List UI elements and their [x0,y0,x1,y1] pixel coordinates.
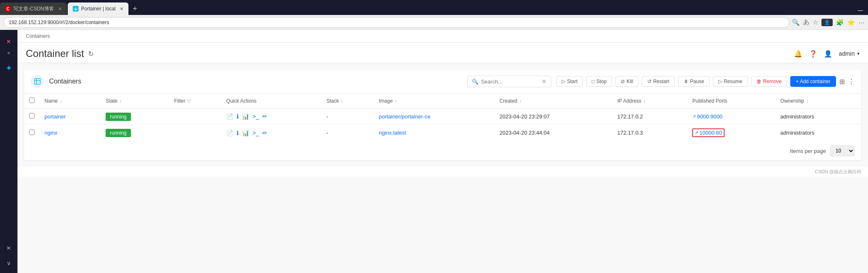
sidebar: ✕ « ◈ ✕ ∨ [0,30,17,273]
containers-table: Name ↕ State ↕ Filter ▽ Quick Actions St… [24,93,861,141]
browser-translate-icon[interactable]: あ [803,18,809,26]
table-row: nginx running 📄 ℹ 📊 [24,124,861,142]
row2-info-icon[interactable]: ℹ [237,130,239,136]
ownership-sort-icon[interactable]: ↕ [806,99,809,103]
row2-stats-icon[interactable]: 📊 [242,130,249,136]
row1-created: 2023-04-20 23:29:07 [495,109,612,124]
user-icon[interactable]: 👤 [824,50,832,58]
start-label: Start [567,79,577,84]
browser-minimize[interactable]: ─ [858,6,863,15]
sidebar-bottom: ✕ ∨ [2,241,15,270]
row1-port-link[interactable]: ↗ 9000:9000 [692,113,770,120]
header-user[interactable]: admin ▾ [839,50,860,57]
row2-checkbox[interactable] [29,130,35,135]
sidebar-expand-icon[interactable]: ∨ [2,256,15,270]
filter-icon[interactable]: ▽ [187,98,191,103]
state-sort-icon[interactable]: ↕ [120,99,122,103]
portainer-link[interactable]: portainer [44,113,66,120]
browser-extensions-icon[interactable]: 🧩 [836,19,844,26]
restart-button[interactable]: ↺ Restart [642,76,675,87]
col-stack: Stack ↕ [321,93,374,109]
row1-console-icon[interactable]: >_ [252,113,259,120]
sidebar-icon-1[interactable]: ◈ [2,61,15,74]
stop-button[interactable]: □ Stop [586,76,612,87]
sidebar-close-icon[interactable]: ✕ [2,35,15,48]
search-input[interactable] [481,79,539,85]
stop-label: Stop [596,79,607,84]
image-sort-icon[interactable]: ↕ [395,99,397,103]
stack-sort-icon[interactable]: ↕ [341,99,343,103]
row2-actions: 📄 ℹ 📊 >_ ✏ [226,130,316,136]
row2-port-highlighted[interactable]: ↗ 10000:80 [692,128,724,137]
row1-actions: 📄 ℹ 📊 >_ ✏ [226,113,316,120]
footer-watermark: CSDN @搞点云南白药 [17,167,868,177]
sidebar-toggle[interactable]: « [7,50,10,56]
add-container-button[interactable]: + Add container [790,76,836,87]
browser-favorites-icon[interactable]: ⭐ [847,19,855,26]
select-all-checkbox[interactable] [29,98,35,103]
browser-search-icon[interactable]: 🔍 [792,19,800,26]
help-icon[interactable]: ❓ [809,50,817,58]
browser-tab-csdn[interactable]: C 写文章-CSDN博客 ✕ [0,2,67,15]
nginx-link[interactable]: nginx [44,130,57,136]
more-options-icon[interactable]: ⋮ [848,78,855,86]
sidebar-bottom-icon[interactable]: ✕ [2,241,15,255]
row1-state-badge: running [106,113,131,121]
refresh-icon[interactable]: ↻ [88,50,94,58]
row1-image-link[interactable]: portainer/portainer-ce [379,113,430,120]
row2-checkbox-cell [24,124,39,142]
csdn-tab-close[interactable]: ✕ [58,6,62,12]
url-bar[interactable]: 192.168.152.129:9000/#!/2/docker/contain… [3,17,789,28]
csdn-favicon: C [5,6,11,12]
row1-file-icon[interactable]: 📄 [226,113,233,120]
row1-stats-icon[interactable]: 📊 [242,113,249,120]
row1-edit-icon[interactable]: ✏ [262,113,267,120]
row1-name: portainer [39,109,101,124]
action-buttons: ▷ Start □ Stop ⊘ Kill ↺ Restart [556,76,855,87]
kill-button[interactable]: ⊘ Kill [615,76,639,87]
browser-chrome: C 写文章-CSDN博客 ✕ ◈ Portainer | local ✕ + ─… [0,0,868,30]
row2-console-icon[interactable]: >_ [252,130,259,136]
items-per-page-select[interactable]: 10 25 50 100 [830,145,855,156]
panel-header: Containers 🔍 ✕ ▷ Start □ Stop [24,70,861,93]
view-grid-icon[interactable]: ⊞ [839,78,845,86]
col-checkbox [24,93,39,109]
row2-file-icon[interactable]: 📄 [226,130,233,136]
row2-edit-icon[interactable]: ✏ [262,130,267,136]
browser-star-icon[interactable]: ☆ [813,19,818,26]
row2-state-badge: running [106,129,131,137]
row2-state: running [101,124,169,142]
resume-button[interactable]: ▷ Resume [713,76,748,87]
row1-checkbox[interactable] [29,113,35,118]
name-sort-icon[interactable]: ↕ [60,99,62,103]
notification-icon[interactable]: 🔔 [794,50,802,58]
created-sort-icon[interactable]: ↕ [520,99,522,103]
add-container-label: + Add container [796,79,831,84]
panel-icon [31,75,44,88]
panel-title: Containers [49,78,462,85]
col-ports: Published Ports [687,93,775,109]
pagination-bar: Items per page 10 25 50 100 [24,141,861,160]
table-container: Name ↕ State ↕ Filter ▽ Quick Actions St… [24,93,861,141]
search-clear-icon[interactable]: ✕ [542,78,547,85]
remove-button[interactable]: 🗑 Remove [751,76,787,87]
items-per-page-label: Items per page [790,148,826,154]
portainer-tab-close[interactable]: ✕ [120,6,123,12]
browser-more-icon[interactable]: ⋯ [858,19,865,26]
browser-avatar-icon[interactable]: 👤 [821,19,833,26]
row2-image: nginx:latest [374,124,494,142]
row1-external-link-icon: ↗ [692,114,696,119]
start-button[interactable]: ▷ Start [556,76,583,87]
row2-ip: 172.17.0.3 [612,124,687,142]
row2-image-link[interactable]: nginx:latest [379,130,406,136]
restart-label: Restart [653,79,669,84]
row1-info-icon[interactable]: ℹ [237,113,239,120]
url-text: 192.168.152.129:9000/#!/2/docker/contain… [9,20,109,25]
ip-sort-icon[interactable]: ↕ [644,99,646,103]
row1-port-value: 9000:9000 [697,113,722,120]
resume-icon: ▷ [718,79,722,84]
pause-icon: ⏸ [683,79,688,84]
browser-tab-portainer[interactable]: ◈ Portainer | local ✕ [68,2,128,15]
pause-button[interactable]: ⏸ Pause [678,76,710,87]
new-tab-button[interactable]: + [129,2,141,15]
